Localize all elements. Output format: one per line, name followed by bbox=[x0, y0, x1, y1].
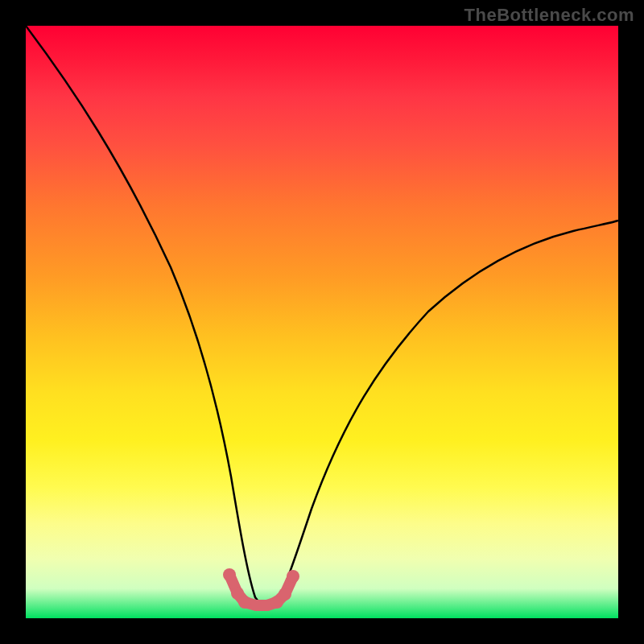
marker-dot bbox=[223, 568, 236, 581]
main-curve-line bbox=[26, 26, 618, 606]
marker-dot bbox=[287, 570, 299, 583]
marker-dot bbox=[279, 588, 291, 601]
chart-svg bbox=[26, 26, 618, 618]
plot-area bbox=[26, 26, 618, 618]
watermark-text: TheBottleneck.com bbox=[464, 5, 634, 26]
chart-frame: TheBottleneck.com bbox=[0, 0, 644, 644]
marker-band bbox=[223, 568, 299, 609]
marker-dot bbox=[238, 596, 251, 609]
